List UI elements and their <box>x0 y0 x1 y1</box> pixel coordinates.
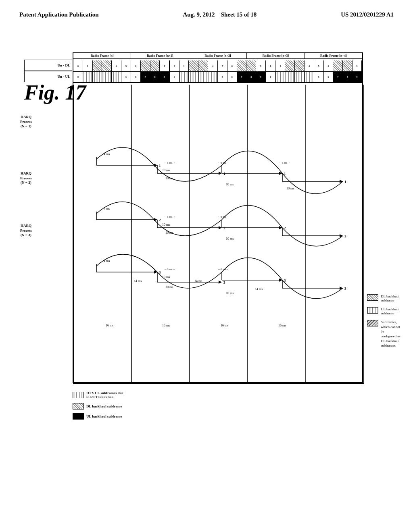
sf-7-dl <box>141 60 150 71</box>
ul-sf-4-dtx <box>112 72 121 82</box>
sf-2-dl <box>93 60 102 71</box>
legend-dl-text: DL backhaul subframe <box>381 294 401 302</box>
sf-16: 6 <box>227 60 237 71</box>
svg-text:1: 1 <box>159 164 161 168</box>
harq-n2-label: HARQProcess(N = 2) <box>20 171 32 185</box>
ul-sf-13-dtx <box>198 72 208 82</box>
sf-15: 5 <box>218 60 227 71</box>
sf-1: 1 <box>83 60 93 71</box>
legend-dl-swatch <box>367 294 378 301</box>
ul-bh-label-row: UL backhaul subframe <box>73 413 122 420</box>
svg-text:10 ms: 10 ms <box>165 177 173 180</box>
sf-23-dl <box>295 60 305 71</box>
svg-text:1: 1 <box>344 180 346 184</box>
ul-sf-20: 0 <box>266 72 276 82</box>
ul-sf-5: 5 <box>121 72 131 82</box>
svg-text:←6 ms→: ←6 ms→ <box>164 161 175 164</box>
page-header: Patent Application Publication Aug. 9, 2… <box>0 0 413 18</box>
svg-text:10 ms: 10 ms <box>165 231 173 235</box>
sf-5: 5 <box>121 60 131 71</box>
ul-sf-17-ul: 7 <box>237 72 247 82</box>
ul-sf-14-dtx <box>208 72 218 82</box>
un-ul-row: 0 5 6 7 8 9 0 5 6 7 8 9 0 <box>73 72 362 83</box>
rf-n4: Radio Frame [n+4] <box>305 53 362 58</box>
sf-28-dl <box>343 60 353 71</box>
dtx-swatch <box>73 392 84 398</box>
sf-17-dl <box>237 60 247 71</box>
dtx-label-row: DTX UL subframes dueto RTT limitation <box>73 391 123 399</box>
ul-sf-18-ul: 8 <box>246 72 256 82</box>
svg-marker-40 <box>279 172 282 175</box>
sf-6: 6 <box>131 60 141 71</box>
ul-sf-10: 0 <box>170 72 179 82</box>
legend-cannot-item: Subframes, which cannot beconfigured as … <box>367 320 401 348</box>
ul-sf-2-dtx <box>93 72 102 82</box>
ul-sf-22-dtx <box>285 72 295 82</box>
rf-header-row: Radio Frame [n] Radio Frame [n+1] Radio … <box>73 53 362 59</box>
svg-text:←6 ms→: ←6 ms→ <box>279 161 290 164</box>
svg-text:16 ms: 16 ms <box>221 324 228 327</box>
svg-marker-50 <box>279 226 282 229</box>
ul-sf-12-dtx <box>189 72 198 82</box>
svg-text:10 ms: 10 ms <box>162 223 170 227</box>
ul-sf-3-dtx <box>102 72 112 82</box>
patent-number: US 2012/0201229 A1 <box>341 11 394 18</box>
sf-22-dl <box>285 60 295 71</box>
publication-label: Patent Application Publication <box>19 11 99 18</box>
svg-text:2: 2 <box>159 218 161 222</box>
legend-cannot-text: Subframes, which cannot beconfigured as … <box>381 320 401 348</box>
legend-ul-text: UL backhaul subframe <box>381 307 401 315</box>
date-label: Aug. 9, 2012 Sheet 15 of 18 <box>183 11 257 18</box>
un-dl-row: 0 1 4 5 6 9 0 1 4 5 6 9 0 1 4 <box>73 60 362 72</box>
svg-text:10 ms: 10 ms <box>162 168 170 172</box>
svg-text:10 ms: 10 ms <box>226 183 234 186</box>
un-dl-label: Un - DL <box>24 60 72 71</box>
sf-19: 9 <box>256 60 266 71</box>
svg-text:1: 1 <box>223 172 225 176</box>
sf-13-dl <box>198 60 208 71</box>
svg-text:1: 1 <box>284 172 286 176</box>
sf-8-dl <box>150 60 160 71</box>
ul-sf-21-dtx <box>275 72 285 82</box>
rf-n: Radio Frame [n] <box>73 53 131 58</box>
rf-n1: Radio Frame [n+1] <box>131 53 189 58</box>
svg-marker-29 <box>154 270 157 274</box>
svg-text:16 ms: 16 ms <box>162 324 170 327</box>
dl-bh-label-row: DL backhaul subframe <box>73 403 122 409</box>
svg-text:3: 3 <box>344 287 346 291</box>
ul-sf-26: 6 <box>324 72 334 82</box>
sf-0: 0 <box>73 60 83 71</box>
main-diagram-box: Radio Frame [n] Radio Frame [n+1] Radio … <box>73 52 363 383</box>
svg-text:2: 2 <box>223 226 225 230</box>
ul-sf-8-ul: 8 <box>150 72 160 82</box>
svg-text:16 ms: 16 ms <box>278 324 286 327</box>
svg-marker-35 <box>219 281 222 284</box>
ul-sf-24-dtx <box>305 72 314 82</box>
sf-26: 6 <box>324 60 334 71</box>
svg-text:←6 ms→: ←6 ms→ <box>164 215 175 218</box>
sf-27-dl <box>333 60 343 71</box>
legend-cannot-swatch <box>367 320 378 326</box>
ul-sf-16: 6 <box>227 72 237 82</box>
sf-3-dl <box>102 60 112 71</box>
ul-sf-0: 0 <box>73 72 83 82</box>
svg-text:3: 3 <box>223 281 225 285</box>
ul-bh-label-text: UL backhaul subframe <box>86 414 122 418</box>
diagram-container: Radio Frame [n] Radio Frame [n+1] Radio … <box>73 52 401 500</box>
svg-text:10 ms: 10 ms <box>165 285 173 289</box>
timing-diagram: 4 ms 1 ←6 ms→ 10 ms 1 4 ms 2 ←6 ms→ 10 m… <box>73 85 364 384</box>
svg-marker-59 <box>279 278 282 282</box>
sf-11: 1 <box>179 60 189 71</box>
svg-marker-24 <box>219 226 222 229</box>
svg-text:14 ms: 14 ms <box>194 279 202 283</box>
harq-n3-label: HARQProcess(N = 3) <box>20 224 32 238</box>
ul-sf-15: 5 <box>218 72 227 82</box>
harq-n1-label: HARQProcess(N = 1) <box>20 115 32 129</box>
legend-ul-item: UL backhaul subframe <box>367 307 401 315</box>
sf-25: 5 <box>314 60 324 71</box>
svg-text:←6 ms→: ←6 ms→ <box>164 268 175 271</box>
sf-24: 4 <box>305 60 314 71</box>
svg-text:16 ms: 16 ms <box>106 324 113 327</box>
svg-marker-18 <box>154 218 157 221</box>
ul-sf-1-dtx <box>83 72 93 82</box>
